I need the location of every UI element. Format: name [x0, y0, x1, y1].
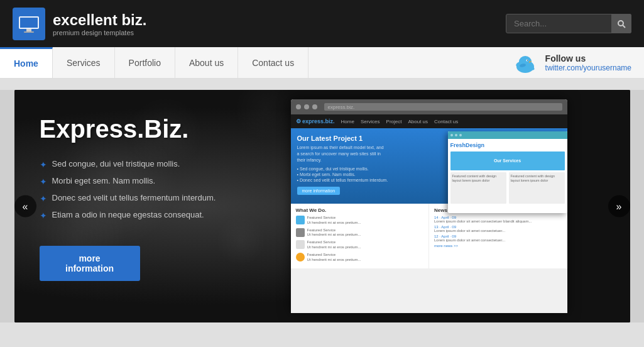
follow-username[interactable]: twitter.com/yourusername [545, 63, 631, 72]
hero-bullet-4: ✦ Etiam a odio in neque egestas consequa… [40, 210, 259, 221]
browser-dot-3 [312, 104, 317, 109]
next-arrow-icon: » [616, 201, 622, 212]
search-area [506, 14, 631, 33]
browser-mockup: express.biz. ⚙ express.biz. Home Service… [291, 99, 567, 313]
inner-service-3: Featured ServiceUt hendrerit mi at eros … [296, 240, 424, 250]
hero-bullet-text-2: Morbi eget sem. Nam mollis. [52, 176, 156, 185]
browser-bar: express.biz. [291, 99, 567, 114]
hero-right: express.biz. ⚙ express.biz. Home Service… [285, 90, 630, 322]
browser-url: express.biz. [328, 104, 355, 110]
inner-lower-right: News Site. 14 · April · 09 Lorem ipsum d… [428, 204, 567, 268]
nested-dot-2 [455, 134, 457, 136]
hero-bullet-text-1: Sed congue, dui vel tristique mollis. [52, 159, 180, 168]
more-information-button[interactable]: more information [40, 246, 140, 281]
inner-lower: What We Do. Featured ServiceUt hendrerit… [291, 204, 567, 268]
inner-lower-left: What We Do. Featured ServiceUt hendrerit… [291, 204, 429, 268]
inner-hero: Our Latest Project 1 Lorem ipsum as thei… [291, 128, 567, 204]
inner-service-text-1: Featured ServiceUt hendrerit mi at eros … [307, 216, 361, 226]
bullet-icon-1: ✦ [40, 160, 47, 170]
inner-more-link: more news >> [434, 244, 562, 248]
inner-news-3: 12 · April · 09 Lorem ipsum dolor sit am… [434, 234, 562, 242]
logo-title: excellent biz. [53, 11, 146, 29]
svg-point-11 [527, 60, 527, 60]
hero-bullet-2: ✦ Morbi eget sem. Nam mollis. [40, 176, 259, 187]
inner-service-4: Featured ServiceUt hendrerit mi at eros … [296, 253, 424, 263]
inner-news-1: 14 · April · 09 Lorem ipsum dolor sit am… [434, 216, 562, 223]
follow-label: Follow us [545, 53, 631, 63]
inner-nav-home: Home [341, 119, 354, 124]
nav-item-contact[interactable]: Contact us [238, 47, 308, 78]
bullet-icon-4: ✦ [40, 211, 47, 221]
inner-service-2: Featured ServiceUt hendrerit mi at eros … [296, 228, 424, 238]
nested-dot-3 [459, 134, 462, 136]
browser-dot-2 [304, 104, 309, 109]
logo-icon [13, 8, 45, 40]
bullet-icon-3: ✦ [40, 194, 47, 204]
nested-preview-label: Our Services [494, 158, 521, 164]
hero-bullet-text-4: Etiam a odio in neque egestas consequat. [52, 210, 204, 219]
nested-dot-1 [450, 134, 453, 136]
logo-area: excellent biz. premium design templates [13, 8, 146, 40]
nested-title: FreshDesign [450, 141, 565, 150]
nav-item-portfolio[interactable]: Portfolio [115, 47, 175, 78]
search-button[interactable] [611, 14, 631, 33]
inner-news-2: 13 · April · 09 Lorem ipsum dolor sit am… [434, 225, 562, 233]
prev-arrow-icon: « [23, 201, 28, 212]
hero-bullet-1: ✦ Sed congue, dui vel tristique mollis. [40, 159, 259, 170]
inner-service-text-3: Featured ServiceUt hendrerit mi at eros … [307, 240, 361, 250]
nested-content: FreshDesign Our Services Featured conten… [448, 139, 567, 206]
inner-nav-project: Project [386, 119, 402, 124]
nested-text-1: Featured content with design layout lore… [452, 174, 505, 183]
svg-rect-3 [24, 31, 34, 33]
bullet-icon-2: ✦ [40, 177, 47, 187]
nested-bar [448, 131, 567, 139]
logo-text-area: excellent biz. premium design templates [53, 11, 146, 36]
inner-service-text-4: Featured ServiceUt hendrerit mi at eros … [307, 253, 361, 263]
browser-content: ⚙ express.biz. Home Services Project Abo… [291, 114, 567, 313]
hero-section: « Express.Biz. ✦ Sed congue, dui vel tri… [14, 90, 630, 322]
header: excellent biz. premium design templates [0, 0, 644, 47]
inner-bullet-3: • Donec sed velit ut tellus fermentum in… [297, 178, 426, 182]
nav-item-about[interactable]: About us [175, 47, 238, 78]
follow-text: Follow us twitter.com/yourusername [545, 53, 631, 72]
svg-point-4 [618, 21, 623, 26]
inner-logo: ⚙ express.biz. [296, 118, 335, 124]
inner-bullet-1: • Sed congue, dui vel tristique mollis. [297, 167, 426, 171]
nested-screenshot: FreshDesign Our Services Featured conten… [448, 131, 567, 213]
prev-arrow[interactable]: « [14, 196, 36, 218]
nav-links: Home Services Portfolio About us Contact… [0, 47, 308, 78]
nested-text-2: Featured content with design layout lore… [511, 174, 563, 183]
inner-bullet-2: • Morbi eget sem. Nam mollis. [297, 172, 426, 177]
logo-subtitle: premium design templates [53, 29, 146, 36]
hero-bullet-3: ✦ Donec sed velit ut tellus fermentum in… [40, 193, 259, 204]
inner-service-text-2: Featured ServiceUt hendrerit mi at eros … [307, 228, 361, 238]
social-area: Follow us twitter.com/yourusername [499, 47, 644, 78]
hero-bullets: ✦ Sed congue, dui vel tristique mollis. … [40, 159, 259, 227]
inner-nav-services: Services [361, 119, 380, 124]
inner-nav-contact: Contact us [434, 119, 458, 124]
inner-hero-title: Our Latest Project 1 [297, 135, 426, 142]
hero-bullet-text-3: Donec sed velit ut tellus fermentum inte… [52, 193, 216, 202]
next-arrow[interactable]: » [608, 196, 630, 218]
inner-service-1: Featured ServiceUt hendrerit mi at eros … [296, 216, 424, 226]
inner-hero-text: Lorem ipsum as their default model text,… [297, 145, 385, 163]
nav-item-home[interactable]: Home [0, 47, 53, 78]
inner-what-we-do: What We Do. [296, 207, 424, 213]
svg-line-5 [623, 25, 625, 28]
hero-title: Express.Biz. [40, 115, 259, 143]
nav-item-services[interactable]: Services [53, 47, 115, 78]
svg-rect-2 [26, 29, 31, 31]
inner-btn: more information [297, 187, 341, 195]
browser-dot-1 [296, 104, 301, 109]
svg-rect-1 [20, 18, 38, 28]
twitter-bird-icon [511, 49, 539, 77]
hero-left: Express.Biz. ✦ Sed congue, dui vel trist… [14, 90, 285, 322]
inner-nav-about: About us [408, 119, 428, 124]
inner-nav: ⚙ express.biz. Home Services Project Abo… [291, 114, 567, 128]
nav: Home Services Portfolio About us Contact… [0, 47, 644, 79]
hero-content: Express.Biz. ✦ Sed congue, dui vel trist… [14, 90, 630, 322]
